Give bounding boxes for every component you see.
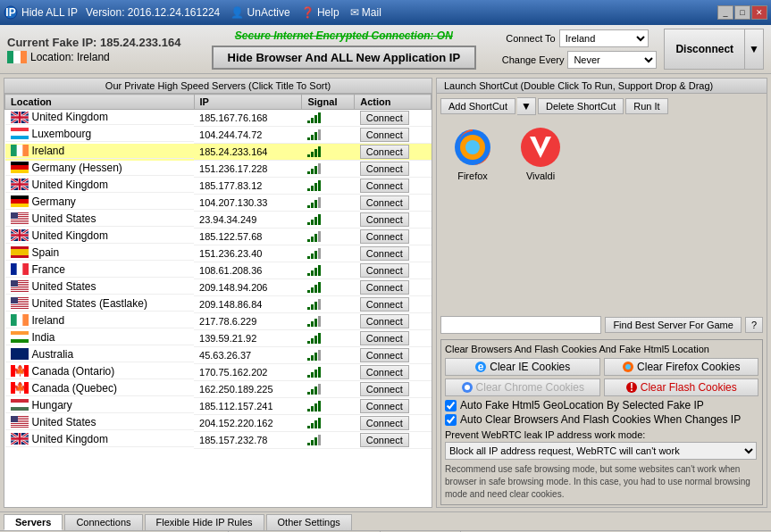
connect-button[interactable]: Connect: [360, 195, 409, 210]
table-row[interactable]: United Kingdom185.167.76.168Connect: [5, 110, 432, 127]
connect-button[interactable]: Connect: [360, 162, 409, 176]
connect-button[interactable]: Connect: [360, 212, 409, 227]
change-every-dropdown[interactable]: Never: [567, 51, 657, 69]
svg-rect-56: [11, 348, 29, 360]
server-panel-title[interactable]: Our Private High Speed Servers (Click Ti…: [4, 79, 432, 94]
connect-button[interactable]: Connect: [360, 331, 409, 345]
connect-button[interactable]: Connect: [360, 382, 409, 396]
server-table-container[interactable]: Location IP Signal Action United Kingdom…: [4, 94, 432, 507]
svg-point-80: [521, 128, 560, 167]
table-row[interactable]: United States (Eastlake)209.148.86.84Con…: [5, 296, 432, 313]
table-row[interactable]: Australia45.63.26.37Connect: [5, 347, 432, 364]
table-row[interactable]: Germany104.207.130.33Connect: [5, 195, 432, 212]
find-server-button[interactable]: Find Best Server For Game: [605, 317, 742, 333]
svg-rect-51: [16, 314, 23, 326]
uk-flag-icon: [11, 179, 29, 190]
connect-button[interactable]: Connect: [360, 111, 409, 125]
table-row[interactable]: 🍁Canada (Ontario)170.75.162.202Connect: [5, 364, 432, 381]
table-row[interactable]: Luxembourg104.244.74.72Connect: [5, 127, 432, 144]
svg-rect-18: [11, 204, 29, 207]
disconnect-button[interactable]: Disconnect: [664, 29, 745, 70]
connect-button[interactable]: Connect: [360, 229, 409, 244]
maximize-button[interactable]: □: [734, 5, 750, 20]
connect-button[interactable]: Connect: [360, 433, 409, 447]
auto-clear-checkbox[interactable]: [445, 414, 457, 426]
connect-button[interactable]: Connect: [360, 179, 409, 193]
table-row[interactable]: United States23.94.34.249Connect: [5, 212, 432, 229]
signal-bars: [307, 435, 349, 445]
window-controls: _ □ ✕: [717, 5, 767, 20]
delete-shortcut-button[interactable]: Delete ShortCut: [538, 98, 624, 114]
clear-ie-button[interactable]: e Clear IE Cookies: [445, 358, 600, 376]
table-row[interactable]: 🍁Canada (Quebec)162.250.189.225Connect: [5, 381, 432, 398]
table-row[interactable]: India139.59.21.92Connect: [5, 330, 432, 347]
add-shortcut-dropdown-button[interactable]: ▼: [517, 97, 536, 115]
table-row[interactable]: France108.61.208.36Connect: [5, 262, 432, 279]
webrtc-dropdown[interactable]: Block all IP address request, WebRTC wil…: [445, 442, 757, 460]
minimize-button[interactable]: _: [717, 5, 733, 20]
table-row[interactable]: United Kingdom185.122.57.68Connect: [5, 229, 432, 245]
table-row[interactable]: United Kingdom185.177.83.12Connect: [5, 178, 432, 195]
table-row[interactable]: United Kingdom185.157.232.78Connect: [5, 432, 432, 449]
tab-other-settings[interactable]: Other Settings: [266, 514, 352, 530]
tab-flexible-hide[interactable]: Flexible Hide IP Rules: [145, 514, 264, 530]
server-ip: 185.167.76.168: [194, 110, 302, 127]
server-ip: 108.61.208.36: [194, 262, 302, 279]
run-it-button[interactable]: Run It: [625, 98, 667, 114]
recommend-text: Recommend use safe browsing mode, but so…: [445, 463, 758, 501]
title-bar: IP Hide ALL IP Version: 2016.12.24.16122…: [0, 0, 771, 25]
server-action: Connect: [355, 144, 432, 161]
clear-flash-button[interactable]: ! Clear Flash Cookies: [604, 378, 759, 396]
table-row[interactable]: Ireland185.24.233.164Connect: [5, 144, 432, 161]
table-row[interactable]: United States204.152.220.162Connect: [5, 415, 432, 432]
table-row[interactable]: Hungary185.112.157.241Connect: [5, 398, 432, 415]
connect-button[interactable]: Connect: [360, 145, 409, 159]
fake-ip-section: Current Fake IP: 185.24.233.164 Location…: [7, 36, 186, 63]
firefox-app-item[interactable]: Firefox: [444, 126, 501, 181]
svg-rect-33: [22, 263, 29, 275]
disconnect-dropdown-button[interactable]: ▼: [745, 29, 764, 70]
add-shortcut-button[interactable]: Add ShortCut: [440, 98, 515, 114]
table-row[interactable]: Spain151.236.23.40Connect: [5, 245, 432, 262]
question-button[interactable]: ?: [745, 317, 763, 333]
table-row[interactable]: Ireland217.78.6.229Connect: [5, 313, 432, 330]
right-panel: Launch ShortCut (Double Click To Run, Su…: [436, 78, 767, 508]
connect-button[interactable]: Connect: [360, 399, 409, 413]
col-ip[interactable]: IP: [194, 95, 302, 110]
server-ip: 185.122.57.68: [194, 229, 302, 245]
change-every-label: Change Every: [502, 54, 565, 65]
vivaldi-app-item[interactable]: Vivaldi: [512, 126, 569, 181]
tab-connections[interactable]: Connections: [64, 514, 142, 530]
auto-html5-label: Auto Fake Html5 GeoLocation By Selected …: [460, 399, 704, 411]
col-action[interactable]: Action: [355, 95, 432, 110]
connect-button[interactable]: Connect: [360, 416, 409, 430]
close-button[interactable]: ✕: [751, 5, 767, 20]
col-signal[interactable]: Signal: [302, 95, 355, 110]
connect-to-dropdown[interactable]: Ireland: [559, 29, 649, 47]
game-server-input[interactable]: [440, 316, 601, 334]
svg-rect-53: [11, 331, 29, 335]
connect-button[interactable]: Connect: [360, 348, 409, 362]
connect-button[interactable]: Connect: [360, 246, 409, 261]
hide-browser-button[interactable]: Hide Browser And ALL New Application IP: [212, 46, 477, 70]
connect-button[interactable]: Connect: [360, 263, 409, 278]
uk-flag-icon: [11, 433, 29, 445]
help-link[interactable]: Help: [317, 6, 339, 19]
connect-button[interactable]: Connect: [360, 128, 409, 142]
connect-button[interactable]: Connect: [360, 280, 409, 295]
table-row[interactable]: United States209.148.94.206Connect: [5, 279, 432, 296]
col-location[interactable]: Location: [5, 95, 195, 110]
tab-servers[interactable]: Servers: [4, 514, 63, 530]
clear-firefox-button[interactable]: Clear Firefox Cookies: [604, 358, 759, 376]
svg-point-86: [465, 385, 470, 390]
cookies-section: Clear Browsers And Flash Cookies And Fak…: [440, 339, 763, 505]
connect-button[interactable]: Connect: [360, 365, 409, 379]
auto-html5-checkbox[interactable]: [445, 400, 457, 411]
server-signal: [302, 279, 355, 296]
mail-link[interactable]: Mail: [362, 6, 381, 19]
ca-flag-icon: 🍁: [11, 382, 29, 394]
connect-button[interactable]: Connect: [360, 314, 409, 328]
connect-button[interactable]: Connect: [360, 297, 409, 312]
clear-chrome-button[interactable]: Clear Chrome Cookies: [445, 378, 600, 396]
table-row[interactable]: Germany (Hessen)151.236.17.228Connect: [5, 161, 432, 178]
